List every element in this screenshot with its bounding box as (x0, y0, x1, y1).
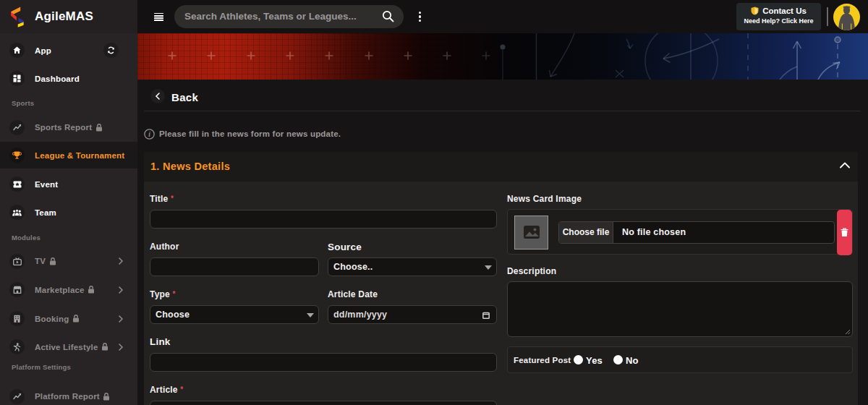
svg-text:i: i (148, 131, 150, 138)
